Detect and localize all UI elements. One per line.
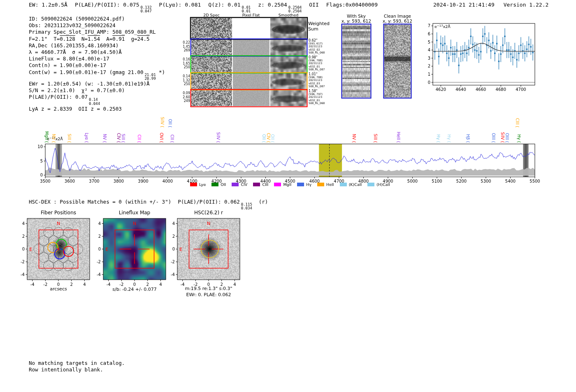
legend-swatch: [211, 183, 218, 186]
legend-item: MgII: [274, 182, 291, 187]
report-version: Version 1.22.2: [504, 2, 549, 8]
legend-swatch: [253, 183, 260, 186]
col-header-pixel-flat: Pixel Flat: [242, 13, 260, 17]
fiber-row-weights: 0.092.60249: [180, 91, 190, 103]
info-line: S/N = 2.2(±1.0) χ² = 0.7(±0.0): [29, 87, 165, 94]
info-line: EWr = 1.20(±0.54) (w: -1.30(±0.01)e19)Å: [29, 81, 165, 87]
legend-label: CIV: [241, 182, 247, 187]
with-sky-coords: x, y: 593, 612: [341, 19, 371, 23]
fiber-xlabel: arcsecs: [50, 286, 67, 292]
fiber-row-meta: 1.01"(596, 788)20231123v032_03508_RL_087: [309, 73, 325, 88]
info-line: Cont(w) = 1.90(±0.01)e-17 (gmag 21.0021.…: [29, 69, 165, 81]
hsc-dex-metric: HSC-DEX : Possible Matches = 0 (within +…: [29, 199, 171, 205]
legend-item: CIV: [232, 182, 247, 187]
with-sky-title: With Sky: [347, 14, 366, 19]
report-meta: 2024-10-21 21:41:49 Version 1.22.2: [433, 2, 548, 8]
summary-header: EW: 1.2±0.5ÅP(LAE)/P(OII): 0.0750.1320.0…: [29, 2, 378, 13]
hsc-dex-metric: P(LAE)/P(OII): 0.0620.1150.034: [178, 199, 252, 210]
col-header-2d-spec: 2D Spec: [203, 13, 220, 17]
detection-info-block: ID: 5090022624 (5090022624.pdf)Obs: 2023…: [29, 16, 165, 112]
legend-item: OII: [211, 182, 226, 187]
hsc-dex-summary: HSC-DEX : Possible Matches = 0 (within +…: [29, 199, 268, 210]
legend-swatch: [367, 183, 374, 186]
text-layer: EW: 1.2±0.5ÅP(LAE)/P(OII): 0.0750.1320.0…: [0, 0, 576, 392]
fiber-row-meta: 1.58"(596, 797)20231123v032_01508_RL_068: [309, 90, 325, 105]
hsc-caption-2: EWr: 0. PLAE: 0.062: [186, 292, 231, 297]
fiber-row-weights: 0.141.32250: [180, 74, 190, 86]
header-metric: Flags:0x00400009: [326, 2, 378, 8]
info-line: Cont(n) = 1.90(±0.00)e-17: [29, 62, 165, 69]
header-metric: P(Lyα): 0.081: [159, 2, 201, 8]
legend-swatch: [317, 183, 324, 186]
legend-label: Hγ: [306, 182, 311, 187]
info-line: Obs: 20231123v032_5090022624: [29, 22, 165, 29]
legend-swatch: [340, 183, 347, 186]
footer-line-2: Row intentionally blank.: [29, 366, 125, 373]
col-header-smoothed: Smoothed: [279, 13, 299, 17]
elixer-report-page: 0123456746204640466046804700e−17x2Å05103…: [0, 0, 576, 392]
spectrum-legend: LyαOIICIVCIIIMgIIHγHeII(K)CaII(H)CaII: [45, 182, 535, 187]
lineflux-panel-title: Lineflux Map: [119, 210, 150, 216]
hsc-caption-1: m:19.5 re:1.3" s:0.3": [185, 286, 232, 291]
legend-label: MgII: [283, 182, 291, 187]
lineflux-caption: s/b: -0.24 +/- 0.077: [112, 287, 156, 292]
info-line: LineFlux = 8.80(±4.00)e-17: [29, 56, 165, 62]
info-line: ID: 5090022624 (5090022624.pdf): [29, 16, 165, 22]
header-metric: EW: 1.2±0.5Å: [29, 2, 67, 8]
legend-item: HeII: [317, 182, 334, 187]
legend-label: (H)CaII: [376, 182, 390, 187]
info-line: RA,Dec (165.201355,48.160934): [29, 42, 165, 49]
hsc-dex-metric: (r): [259, 199, 268, 205]
legend-item: (K)CaII: [340, 182, 362, 187]
legend-swatch: [274, 183, 281, 186]
fiber-row-meta: 0.98"(596, 788)20231123v032_01508_RL_087: [309, 56, 325, 72]
legend-item: CIII: [253, 182, 268, 187]
fiber-row-meta: 0.62"(593, 617)20231123v032_02508_RL_068: [309, 39, 325, 55]
catalog-footer: No matching targets in catalog. Row inte…: [29, 360, 125, 373]
legend-item: Hγ: [297, 182, 311, 187]
header-metric: z: 0.25040.25040.2504: [258, 2, 302, 13]
fiber-row-weights: 0.221.45269: [180, 41, 190, 53]
header-metric: Q(z): 0.010.010.01: [208, 2, 251, 13]
header-metric: P(LAE)/P(OII): 0.0750.1320.047: [75, 2, 152, 13]
header-metric: OII: [309, 2, 318, 8]
info-line: P(LAE)/P(OII): 0.070.140.044: [29, 94, 165, 105]
weighted-sum-label: Weighted Sum: [308, 21, 330, 32]
legend-label: CIII: [262, 182, 268, 187]
legend-label: OII: [221, 182, 226, 187]
info-line: F=2.1" T=0.128 N=1.54 A=0.91 g=24.5: [29, 36, 165, 42]
legend-swatch: [297, 183, 304, 186]
legend-item: (H)CaII: [367, 182, 390, 187]
footer-line-1: No matching targets in catalog.: [29, 360, 125, 366]
clean-image-title: Clean Image: [384, 14, 411, 19]
clean-image-coords: x, y: 593, 612: [383, 19, 412, 23]
fiber-row-weights: 0.161.65250: [180, 58, 190, 70]
fiber-panel-title: Fiber Positions: [41, 210, 76, 216]
legend-label: Lyα: [199, 182, 206, 187]
legend-item: Lyα: [190, 182, 206, 187]
info-line: λ = 4660.77Å σ = 7.90(±4.50)Å: [29, 49, 165, 56]
report-datetime: 2024-10-21 21:41:49: [433, 2, 495, 8]
legend-swatch: [190, 183, 197, 186]
info-line: LyA z = 2.8339 OII z = 0.2503: [29, 106, 165, 112]
hsc-panel-title: HSC(26.2) r: [194, 210, 223, 216]
legend-label: (K)CaII: [349, 182, 362, 187]
info-line: Primary Spec_Slot_IFU_AMP: 508_059_080_R…: [29, 29, 165, 35]
legend-label: HeII: [326, 182, 334, 187]
legend-swatch: [232, 183, 239, 186]
